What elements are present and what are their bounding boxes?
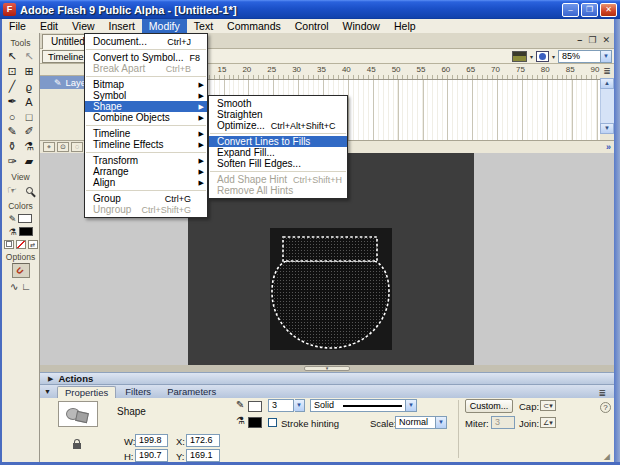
menubar-item-file[interactable]: File <box>2 19 33 33</box>
menubar-item-commands[interactable]: Commands <box>220 19 288 33</box>
lasso-tool[interactable]: ϱ <box>21 79 38 94</box>
menu-item-group[interactable]: GroupCtrl+G <box>85 193 207 204</box>
fill-color-swatch[interactable] <box>19 227 33 236</box>
menu-item-convert-to-symbol[interactable]: Convert to Symbol...F8 <box>85 52 207 63</box>
snap-to-objects-button[interactable]: ∪ <box>12 263 30 278</box>
selected-shape[interactable] <box>270 228 392 350</box>
no-color-button[interactable] <box>16 240 26 249</box>
rectangle-tool[interactable]: □ <box>21 109 38 124</box>
panel-collapse-icon[interactable]: ▼ <box>44 388 51 395</box>
chevron-down-icon[interactable]: ▼ <box>405 400 416 411</box>
cap-style-icon[interactable]: ⊂▾ <box>540 400 556 411</box>
gradient-transform-tool[interactable]: ⊞ <box>21 64 38 79</box>
chevron-down-icon[interactable]: ▼ <box>293 400 304 411</box>
panel-menu-icon[interactable]: ≣ <box>598 388 606 398</box>
timeline-scrollbar-track[interactable] <box>600 89 614 123</box>
menu-item-arrange[interactable]: Arrange▶ <box>85 166 207 177</box>
pencil-tool[interactable]: ✎ <box>4 124 21 139</box>
doc-restore-button[interactable]: ❐ <box>588 35 596 45</box>
restore-button[interactable]: ❐ <box>581 3 598 17</box>
timeline-overflow-chevron[interactable]: » <box>606 142 611 152</box>
selection-tool[interactable]: ↖ <box>4 49 21 64</box>
free-transform-tool[interactable]: ⊡ <box>4 64 21 79</box>
timeline-scroll-up[interactable]: ▲ <box>600 78 614 89</box>
resize-grip-icon[interactable]: ◢ <box>604 452 610 461</box>
text-tool[interactable]: A <box>21 94 38 109</box>
menubar-item-window[interactable]: Window <box>336 19 387 33</box>
actions-panel-header[interactable]: ▶ Actions <box>40 372 614 385</box>
stroke-style-select[interactable]: Solid ▼ <box>310 399 417 412</box>
fill-color-swatch[interactable] <box>248 417 262 428</box>
stage-zoom-select[interactable]: 85% ▼ <box>558 50 612 63</box>
zoom-tool[interactable] <box>21 183 38 198</box>
width-field[interactable]: 199.8 <box>135 434 168 447</box>
stroke-color-swatch[interactable] <box>248 401 262 412</box>
chevron-down-icon[interactable]: ▼ <box>600 51 611 62</box>
paint-bucket-tool[interactable]: ⚗ <box>21 139 38 154</box>
doc-minimize-button[interactable]: – <box>577 35 582 45</box>
eraser-tool[interactable]: ▰ <box>21 154 38 169</box>
menu-item-align[interactable]: Align▶ <box>85 177 207 188</box>
default-colors-button[interactable] <box>4 240 14 249</box>
doc-close-button[interactable]: ✕ <box>602 35 610 45</box>
timeline-toggle-button[interactable]: Timeline <box>42 50 90 63</box>
menu-item-combine-objects[interactable]: Combine Objects▶ <box>85 112 207 123</box>
ink-bottle-tool[interactable]: ⚱ <box>4 139 21 154</box>
close-button[interactable]: ✕ <box>600 3 617 17</box>
onion-skin-button[interactable]: ⊙ <box>57 142 69 152</box>
frame-view-menu-icon[interactable]: ≣ <box>600 64 614 78</box>
splitter-handle[interactable]: ▾ <box>304 366 350 371</box>
tab-parameters[interactable]: Parameters <box>160 386 223 398</box>
menubar-item-modify[interactable]: Modify <box>142 19 187 33</box>
stroke-height-field[interactable]: 3 <box>268 399 294 412</box>
menu-item-bitmap[interactable]: Bitmap▶ <box>85 79 207 90</box>
menubar-item-insert[interactable]: Insert <box>102 19 142 33</box>
submenu-item-soften-fill-edges[interactable]: Soften Fill Edges... <box>209 158 347 169</box>
pen-tool[interactable]: ✒ <box>4 94 21 109</box>
center-frame-button[interactable]: ⌖ <box>43 142 55 152</box>
join-style-icon[interactable]: ∠▾ <box>540 417 556 428</box>
edit-symbol-icon[interactable] <box>536 51 549 62</box>
hand-tool[interactable]: ☞ <box>4 183 21 198</box>
menubar-item-edit[interactable]: Edit <box>33 19 65 33</box>
timeline-scroll-down[interactable]: ▼ <box>600 123 614 134</box>
eyedropper-tool[interactable]: ✑ <box>4 154 21 169</box>
onion-skin-outlines-button[interactable]: ◌ <box>71 142 83 152</box>
menubar-item-control[interactable]: Control <box>288 19 336 33</box>
smooth-option-button[interactable]: ∿ <box>10 281 18 292</box>
menubar-item-view[interactable]: View <box>65 19 102 33</box>
y-field[interactable]: 169.1 <box>186 449 220 462</box>
submenu-item-convert-lines-to-fills[interactable]: Convert Lines to Fills <box>209 136 347 147</box>
stroke-color-swatch[interactable] <box>18 214 32 223</box>
stroke-height-stepper[interactable]: ▼ <box>295 399 305 412</box>
submenu-item-straighten[interactable]: Straighten <box>209 109 347 120</box>
menu-item-timeline-effects[interactable]: Timeline Effects▶ <box>85 139 207 150</box>
custom-stroke-button[interactable]: Custom... <box>465 399 513 413</box>
brush-tool[interactable]: ✐ <box>21 124 38 139</box>
oval-tool[interactable]: ○ <box>4 109 21 124</box>
stroke-hinting-checkbox[interactable] <box>268 418 277 427</box>
menu-item-timeline[interactable]: Timeline▶ <box>85 128 207 139</box>
menubar-item-help[interactable]: Help <box>387 19 423 33</box>
submenu-item-optimize[interactable]: Optimize...Ctrl+Alt+Shift+C <box>209 120 347 131</box>
titlebar[interactable]: F Adobe Flash 9 Public Alpha - [Untitled… <box>0 0 620 19</box>
miter-field[interactable]: 3 <box>491 416 515 429</box>
subselection-tool[interactable]: ↖ <box>21 49 38 64</box>
menu-item-shape[interactable]: Shape▶ <box>85 101 207 112</box>
menubar-item-text[interactable]: Text <box>187 19 220 33</box>
x-field[interactable]: 172.6 <box>186 434 220 447</box>
straighten-option-button[interactable]: ∟ <box>21 281 31 292</box>
height-field[interactable]: 190.7 <box>135 449 168 462</box>
submenu-item-smooth[interactable]: Smooth <box>209 98 347 109</box>
scale-select[interactable]: Normal ▼ <box>395 416 447 429</box>
lock-icon[interactable] <box>73 443 81 449</box>
chevron-down-icon[interactable]: ▼ <box>435 417 446 428</box>
submenu-item-expand-fill[interactable]: Expand Fill... <box>209 147 347 158</box>
help-icon[interactable]: ? <box>600 402 611 413</box>
minimize-button[interactable]: – <box>562 3 579 17</box>
tab-filters[interactable]: Filters <box>118 386 158 398</box>
menu-item-symbol[interactable]: Symbol▶ <box>85 90 207 101</box>
tab-properties[interactable]: Properties <box>57 386 116 398</box>
line-tool[interactable]: ╱ <box>4 79 21 94</box>
menu-item-transform[interactable]: Transform▶ <box>85 155 207 166</box>
